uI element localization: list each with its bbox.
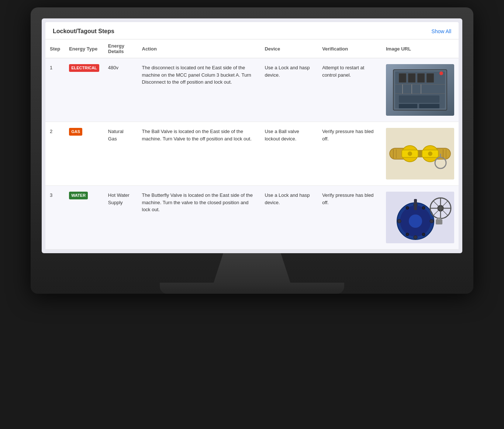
svg-point-42 — [422, 206, 425, 209]
svg-point-41 — [406, 206, 409, 209]
monitor-screen: Lockout/Tagout Steps Show All Step Energ… — [42, 18, 462, 253]
cell-step: 1 — [45, 58, 65, 122]
svg-rect-6 — [408, 73, 415, 83]
cell-image — [382, 186, 459, 250]
image-thumbnail — [386, 192, 454, 243]
table-row: 3 WATER Hot Water Supply The Butterfly V… — [45, 186, 459, 250]
svg-rect-14 — [399, 104, 417, 108]
cell-energy-details: 480v — [104, 58, 138, 122]
svg-point-36 — [414, 236, 417, 239]
svg-point-25 — [428, 151, 432, 156]
monitor-stand-base — [160, 283, 344, 294]
svg-point-12 — [439, 72, 443, 75]
svg-point-38 — [430, 219, 434, 223]
table-row: 1 ELECTRICAL 480v The disconnect is loca… — [45, 58, 459, 122]
cell-energy-details: Hot Water Supply — [104, 186, 138, 250]
cell-action: The Ball Valve is located on the East si… — [138, 122, 260, 186]
table-header-row: Step Energy Type Energy Details Action D… — [45, 39, 459, 58]
cell-action: The disconnect is located ont he East si… — [138, 58, 260, 122]
svg-point-44 — [422, 233, 425, 236]
cell-device: Use a Lock and hasp device. — [260, 186, 318, 250]
header-device: Device — [260, 39, 318, 58]
svg-rect-51 — [436, 219, 442, 224]
monitor-outer: Lockout/Tagout Steps Show All Step Energ… — [31, 7, 473, 294]
cell-image — [382, 122, 459, 186]
image-thumbnail — [386, 128, 454, 179]
header-verification: Verification — [318, 39, 382, 58]
cell-device: Use a Ball valve lockout device. — [260, 122, 318, 186]
cell-verification: Verify pressure has bled off. — [318, 122, 382, 186]
steps-table: Step Energy Type Energy Details Action D… — [45, 39, 459, 250]
svg-point-37 — [397, 219, 401, 223]
cell-verification: Attempt to restart at control panel. — [318, 58, 382, 122]
table-container: Step Energy Type Energy Details Action D… — [45, 39, 459, 250]
panel-title: Lockout/Tagout Steps — [53, 28, 114, 35]
cell-energy-type: GAS — [65, 122, 104, 186]
svg-rect-5 — [399, 73, 406, 83]
header-step: Step — [45, 39, 65, 58]
cell-image — [382, 58, 459, 122]
header-energy-details: Energy Details — [104, 39, 138, 58]
svg-rect-8 — [427, 73, 434, 83]
header-image-url: Image URL — [382, 39, 459, 58]
cell-energy-details: Natural Gas — [104, 122, 138, 186]
cell-action: The Butterfly Valve is located on the Ea… — [138, 186, 260, 250]
panel-header: Lockout/Tagout Steps Show All — [45, 22, 459, 39]
cell-energy-type: ELECTRICAL — [65, 58, 104, 122]
header-energy-type: Energy Type — [65, 39, 104, 58]
cell-step: 3 — [45, 186, 65, 250]
monitor-content: Lockout/Tagout Steps Show All Step Energ… — [45, 22, 459, 250]
cell-energy-type: WATER — [65, 186, 104, 250]
svg-point-39 — [409, 214, 422, 228]
cell-step: 2 — [45, 122, 65, 186]
svg-point-22 — [408, 151, 412, 156]
monitor-stand-neck — [204, 253, 300, 283]
svg-rect-13 — [399, 95, 439, 103]
svg-point-43 — [406, 233, 409, 236]
svg-rect-40 — [414, 199, 417, 210]
cell-verification: Verify pressure has bled off. — [318, 186, 382, 250]
show-all-link[interactable]: Show All — [431, 28, 451, 34]
table-row: 2 GAS Natural Gas The Ball Valve is loca… — [45, 122, 459, 186]
image-thumbnail — [386, 64, 454, 116]
header-action: Action — [138, 39, 260, 58]
svg-rect-15 — [419, 104, 439, 108]
cell-device: Use a Lock and hasp device. — [260, 58, 318, 122]
svg-rect-7 — [417, 73, 425, 83]
